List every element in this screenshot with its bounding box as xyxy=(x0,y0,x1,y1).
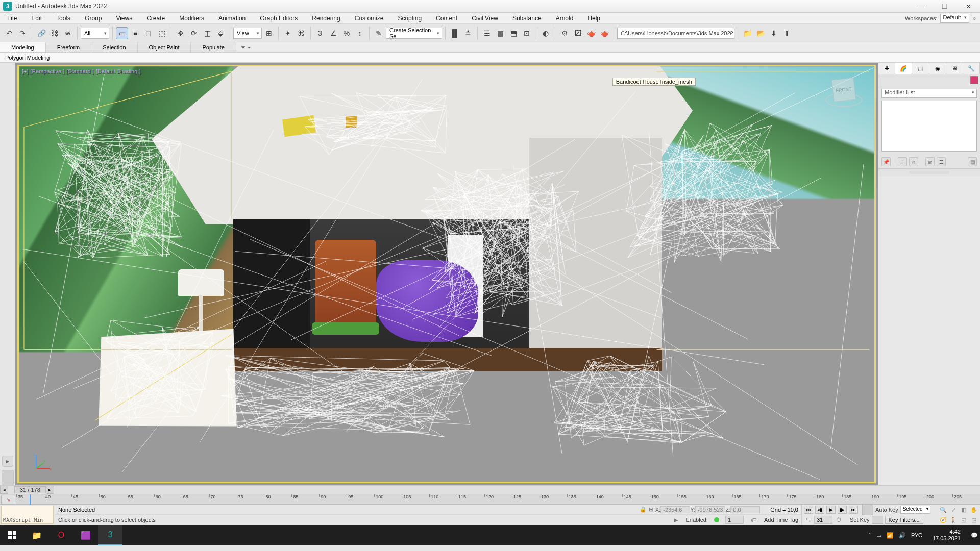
menu-rendering[interactable]: Rendering xyxy=(305,13,347,24)
menu-help[interactable]: Help xyxy=(580,13,607,24)
named-selection-dropdown[interactable]: Create Selection Se xyxy=(386,28,442,39)
perspective-viewport[interactable]: [+] [Perspective ] [Standard ] [Default … xyxy=(17,65,876,483)
orbit-icon[interactable]: 🧭 xyxy=(939,516,947,524)
ribbon-tab-objectpaint[interactable]: Object Paint xyxy=(138,42,191,52)
viewport-label[interactable]: [+] [Perspective ] [Standard ] [Default … xyxy=(22,68,140,74)
key-target-dropdown[interactable]: Selected xyxy=(900,506,930,514)
render-frame-button[interactable]: 🖼 xyxy=(572,27,584,39)
ribbon-tab-freeform[interactable]: Freeform xyxy=(46,42,92,52)
menu-group[interactable]: Group xyxy=(78,13,109,24)
absolute-transform-icon[interactable]: ⊞ xyxy=(647,506,655,514)
select-object-button[interactable]: ▭ xyxy=(116,27,128,39)
project-path-dropdown[interactable]: C:\Users\Lionessb\Documents\3ds Max 2022 xyxy=(617,28,734,39)
modifier-stack[interactable] xyxy=(881,101,977,152)
track-bar[interactable]: ∿ 35404550556065707580859095100105110115… xyxy=(0,494,980,505)
export-button[interactable]: ⬆ xyxy=(781,27,793,39)
bind-spacewarp-button[interactable]: ≋ xyxy=(62,27,74,39)
redo-button[interactable]: ↷ xyxy=(16,27,29,39)
render-setup-button[interactable]: ⚙ xyxy=(558,27,571,39)
render-button[interactable]: 🫖 xyxy=(585,27,597,39)
ref-coord-dropdown[interactable]: View xyxy=(233,28,262,39)
viewcube[interactable]: FRONT xyxy=(825,73,862,110)
y-field[interactable]: -9976,523 xyxy=(695,506,726,513)
scale-button[interactable]: ◫ xyxy=(201,27,213,39)
taskbar-opera-icon[interactable]: O xyxy=(49,525,74,545)
cmd-tab-motion[interactable]: ◉ xyxy=(929,63,946,74)
link-button[interactable]: 🔗 xyxy=(35,27,47,39)
workspaces-chevron-icon[interactable]: » xyxy=(972,15,976,22)
mirror-button[interactable]: ▐▌ xyxy=(449,27,461,39)
unlink-button[interactable]: ⛓ xyxy=(48,27,61,39)
setkey-label[interactable]: Set Key xyxy=(850,517,870,523)
tray-notifications-icon[interactable]: 💬 xyxy=(971,532,978,539)
rotate-button[interactable]: ⟳ xyxy=(188,27,200,39)
object-color-chip[interactable] xyxy=(970,76,978,84)
isolate-icon[interactable]: 🔍 xyxy=(939,506,947,514)
time-slider-left[interactable]: ◂ xyxy=(0,486,8,494)
script-macro-icon[interactable]: ▶ xyxy=(672,516,680,524)
tray-clock[interactable]: 4:42 17.05.2021 xyxy=(927,529,966,542)
menu-animation[interactable]: Animation xyxy=(211,13,253,24)
goto-end-button[interactable]: ⏭ xyxy=(849,506,858,514)
make-unique-button[interactable]: ⎌ xyxy=(909,157,918,166)
pan-icon[interactable]: ✋ xyxy=(970,506,978,514)
taskbar-3dsmax-icon[interactable]: 3 xyxy=(98,525,122,545)
cmd-tab-hierarchy[interactable]: ⬚ xyxy=(912,63,929,74)
render-last-button[interactable]: 🫖 xyxy=(598,27,610,39)
ribbon-tab-populate[interactable]: Populate xyxy=(191,42,236,52)
menu-create[interactable]: Create xyxy=(139,13,172,24)
time-slider-thumb[interactable]: 31 / 178 xyxy=(14,486,46,493)
cmd-tab-utilities[interactable]: 🔧 xyxy=(963,63,980,74)
window-crossing-button[interactable]: ⬚ xyxy=(156,27,168,39)
edit-selection-button[interactable]: ✎ xyxy=(373,27,385,39)
time-config-icon[interactable]: ⏱ xyxy=(835,516,843,524)
time-slider[interactable]: ◂ 31 / 178 ▸ xyxy=(0,485,980,494)
taskbar-app-icon[interactable]: 🟪 xyxy=(74,525,98,545)
key-filters-button[interactable]: Key Filters... xyxy=(885,516,923,524)
goto-start-button[interactable]: ⏮ xyxy=(804,506,813,514)
menu-file[interactable]: File xyxy=(0,13,24,24)
tray-cloud-icon[interactable]: ▭ xyxy=(876,532,881,539)
trackbar-ruler[interactable]: 3540455055606570758085909510010511011512… xyxy=(16,494,980,504)
ribbon-tab-selection[interactable]: Selection xyxy=(91,42,137,52)
menu-customize[interactable]: Customize xyxy=(348,13,391,24)
play-button[interactable]: ▶ xyxy=(826,506,836,514)
selection-filter-dropdown[interactable]: All xyxy=(81,28,109,39)
stack-options-button[interactable]: ▤ xyxy=(968,157,977,166)
placement-button[interactable]: ⬙ xyxy=(214,27,227,39)
rectangle-region-button[interactable]: ◻ xyxy=(142,27,155,39)
cmd-tab-create[interactable]: ✚ xyxy=(878,63,895,74)
zoom-ext-icon[interactable]: ⤢ xyxy=(949,506,958,514)
system-tray[interactable]: ˄ ▭ 📶 🔊 РУС 4:42 17.05.2021 💬 xyxy=(868,529,980,542)
percent-snap-button[interactable]: % xyxy=(340,27,353,39)
scene-explorer-handle[interactable] xyxy=(2,470,14,485)
tray-language[interactable]: РУС xyxy=(911,532,922,538)
material-editor-button[interactable]: ◐ xyxy=(540,27,552,39)
menu-views[interactable]: Views xyxy=(109,13,139,24)
menu-civil-view[interactable]: Civil View xyxy=(464,13,505,24)
menu-scripting[interactable]: Scripting xyxy=(390,13,429,24)
autokey-label[interactable]: Auto Key xyxy=(875,507,898,513)
import-button[interactable]: ⬇ xyxy=(768,27,780,39)
tray-volume-icon[interactable]: 🔊 xyxy=(899,532,906,539)
workspaces-dropdown[interactable]: Default xyxy=(940,14,969,23)
ribbon-overflow-icon[interactable]: ⏷ ▾ xyxy=(236,42,255,52)
menu-substance[interactable]: Substance xyxy=(505,13,549,24)
close-button[interactable]: ✕ xyxy=(957,0,980,13)
prev-frame-button[interactable]: ◂▮ xyxy=(815,506,824,514)
add-time-tag[interactable]: Add Time Tag xyxy=(764,517,798,523)
lock-selection-icon[interactable]: 🔒 xyxy=(639,506,647,514)
menu-edit[interactable]: Edit xyxy=(24,13,49,24)
remove-modifier-button[interactable]: 🗑 xyxy=(925,157,935,166)
layer-explorer-button[interactable]: ☰ xyxy=(481,27,493,39)
time-slider-right[interactable]: ▸ xyxy=(46,486,54,494)
menu-graph-editors[interactable]: Graph Editors xyxy=(253,13,305,24)
panel-drag-handle[interactable] xyxy=(909,171,949,174)
pivot-center-button[interactable]: ⊞ xyxy=(263,27,275,39)
schematic-view-button[interactable]: ⊡ xyxy=(521,27,533,39)
tray-wifi-icon[interactable]: 📶 xyxy=(887,532,894,539)
angle-snap-button[interactable]: ∠ xyxy=(327,27,339,39)
show-end-result-button[interactable]: Ⅱ xyxy=(898,157,907,166)
snap-toggle-button[interactable]: 3 xyxy=(314,27,326,39)
time-tag-icon[interactable]: 🏷 xyxy=(750,516,758,524)
